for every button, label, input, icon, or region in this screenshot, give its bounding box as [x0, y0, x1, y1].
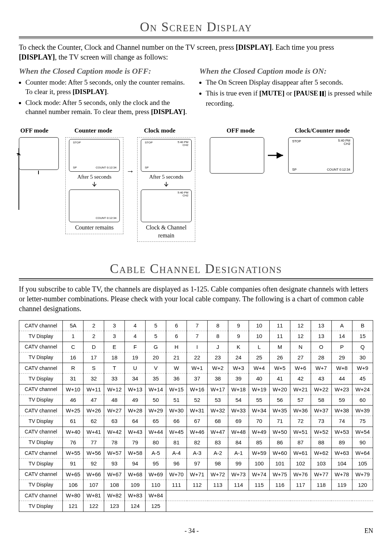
catv-cell: A-4	[166, 448, 187, 459]
osd-sp: SP	[292, 167, 297, 172]
tv-cell: 122	[83, 501, 104, 512]
tv-cell: 67	[187, 416, 208, 427]
tv-off	[210, 137, 264, 174]
catv-cell: 5	[146, 321, 166, 331]
catv-cell: W+5	[270, 363, 290, 374]
tv-cell: 6	[166, 331, 187, 342]
catv-cell: N	[290, 342, 311, 352]
tv-row-label: TV Display	[19, 501, 63, 512]
catv-cell: W+84	[146, 490, 166, 501]
tv-cell: 16	[63, 352, 83, 363]
tv-cell: 25	[249, 352, 270, 363]
tv-cell: 54	[228, 395, 249, 405]
tv-cell: 79	[125, 437, 146, 448]
tv-cell: 103	[311, 459, 331, 469]
tv-cell: 84	[228, 437, 249, 448]
tv-cell: 58	[311, 395, 331, 405]
tv-cell: 87	[290, 437, 311, 448]
catv-cell: I	[187, 342, 208, 352]
catv-cell: W+27	[104, 406, 125, 416]
tv-cell: 40	[249, 374, 270, 384]
catv-row-label: CATV channel	[19, 342, 63, 352]
catv-cell: W+55	[63, 448, 83, 459]
tv-cell: 104	[331, 459, 352, 469]
catv-cell	[352, 490, 373, 501]
catv-cell: W+60	[270, 448, 290, 459]
tv-cell: 36	[166, 374, 187, 384]
catv-cell: W+4	[249, 363, 270, 374]
tv-cell: 70	[249, 416, 270, 427]
label-clock-mode: Clock mode	[124, 127, 195, 135]
catv-cell: W+9	[352, 363, 373, 374]
catv-cell: 4	[125, 321, 146, 331]
catv-cell: W+75	[270, 469, 290, 480]
catv-cell: R	[63, 363, 83, 374]
catv-cell: W+78	[331, 469, 352, 480]
tv-cell: 15	[352, 331, 373, 342]
tv-cell: 121	[63, 501, 83, 512]
tv-cell: 117	[290, 480, 311, 490]
text: CH2	[183, 194, 188, 197]
cc-on-heading: When the Closed Caption mode is ON:	[199, 66, 373, 77]
catv-cell: W+11	[83, 384, 104, 395]
clockchan-remain-label: Clock & Channel remain	[140, 224, 192, 239]
catv-cell: W+66	[83, 469, 104, 480]
catv-cell	[311, 490, 331, 501]
text: .	[185, 108, 187, 115]
page-number: - 34 -	[185, 526, 199, 535]
tv-cell: 10	[249, 331, 270, 342]
catv-cell: W+70	[166, 469, 187, 480]
pause-keyword: [PAUSE	[294, 89, 324, 97]
text: .	[107, 88, 109, 95]
tv-cell: 68	[208, 416, 228, 427]
catv-cell: S	[83, 363, 104, 374]
label-off-mode: OFF mode	[210, 127, 271, 135]
catv-cell: W+52	[311, 427, 331, 437]
tv-cell: 56	[270, 395, 290, 405]
tv-counter-full: STOP SP COUNT 0:12:34	[69, 139, 120, 172]
section-title-osd: On Screen Display	[19, 18, 373, 36]
catv-cell	[331, 490, 352, 501]
pause-icon	[320, 89, 324, 99]
tv-cell: 11	[270, 331, 290, 342]
osd-intro: To check the Counter, Clock and Channel …	[19, 42, 373, 62]
catv-cell: T	[104, 363, 125, 374]
tv-cell: 86	[270, 437, 290, 448]
catv-cell: W+12	[104, 384, 125, 395]
text: Clock & Channel remain	[146, 224, 187, 239]
cc-off-heading: When the Closed Caption mode is OFF:	[19, 66, 193, 77]
catv-cell: W+40	[63, 427, 83, 437]
catv-cell: O	[311, 342, 331, 352]
tv-cell: 1	[63, 331, 83, 342]
label-clock-counter-mode: Clock/Counter mode	[271, 127, 373, 135]
catv-cell: W+76	[290, 469, 311, 480]
catv-cell: W+57	[104, 448, 125, 459]
catv-cell: W+65	[63, 469, 83, 480]
catv-cell: W+39	[352, 406, 373, 416]
catv-cell: W+41	[83, 427, 104, 437]
catv-row-label: CATV channel	[19, 406, 63, 416]
tv-cell: 31	[63, 374, 83, 384]
catv-cell: K	[228, 342, 249, 352]
text: [PAUSE	[294, 89, 320, 97]
catv-cell: C	[63, 342, 83, 352]
tv-cell: 23	[208, 352, 228, 363]
cable-channel-table: CATV channel5A2345678910111213ABTV Displ…	[19, 320, 373, 512]
catv-row-label: CATV channel	[19, 490, 63, 501]
cc-off-bullet-2: Clock mode: After 5 seconds, only the cl…	[25, 98, 193, 117]
tv-cell: 123	[104, 501, 125, 512]
catv-cell: W+79	[352, 469, 373, 480]
tv-cell: 8	[208, 331, 228, 342]
tv-cell: 47	[83, 395, 104, 405]
tv-cell: 120	[352, 480, 373, 490]
tv-cell: 30	[352, 352, 373, 363]
tv-cell: 38	[208, 374, 228, 384]
tv-row-label: TV Display	[19, 374, 63, 384]
catv-cell: W+26	[83, 406, 104, 416]
tv-cell: 108	[104, 480, 125, 490]
tv-cell: 98	[208, 459, 228, 469]
tv-cell: 57	[290, 395, 311, 405]
tv-cell: 124	[125, 501, 146, 512]
tv-row-label: TV Display	[19, 459, 63, 469]
catv-cell: 12	[290, 321, 311, 331]
